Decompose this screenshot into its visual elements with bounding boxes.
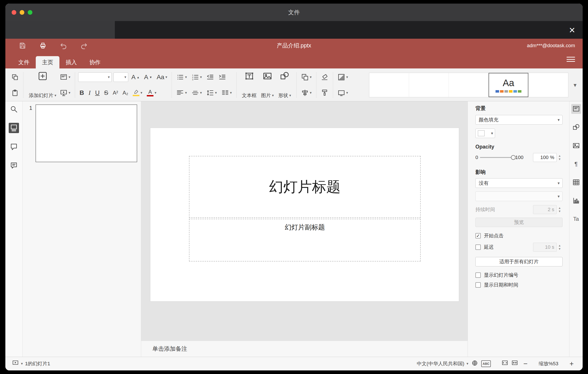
more-themes-button[interactable] — [571, 82, 579, 88]
subscript-button[interactable]: A₂ — [121, 89, 130, 96]
spinner-down-icon[interactable]: ▼ — [558, 210, 561, 213]
tab-collaboration[interactable]: 协作 — [83, 56, 107, 68]
strikethrough-button[interactable]: S — [103, 89, 110, 97]
apply-to-all-button[interactable]: 适用于所有幻灯片 — [475, 257, 563, 266]
shape-settings-icon[interactable] — [571, 122, 581, 132]
paragraph-settings-icon[interactable]: ¶ — [571, 159, 581, 169]
feedback-icon[interactable] — [9, 160, 19, 171]
spinner-down-icon[interactable]: ▼ — [558, 247, 561, 250]
slide-thumbnail[interactable] — [35, 104, 137, 162]
align-shape-button[interactable] — [300, 88, 313, 98]
duration-input[interactable]: 2 s — [533, 205, 557, 214]
theme-option[interactable] — [369, 73, 409, 97]
font-size-combo[interactable] — [114, 72, 128, 82]
print-icon[interactable] — [38, 41, 47, 50]
opacity-spinner[interactable]: ▲▼ — [557, 153, 563, 162]
opacity-slider-knob[interactable] — [511, 155, 516, 160]
columns-button[interactable] — [220, 88, 233, 98]
slide-size-button[interactable] — [336, 88, 349, 98]
minimize-traffic-button[interactable] — [20, 10, 24, 15]
image-settings-icon[interactable] — [571, 141, 581, 151]
document-title[interactable]: 产品介绍.pptx — [5, 42, 583, 49]
increase-indent-button[interactable] — [217, 72, 227, 82]
notes-area[interactable]: 单击添加备注 — [141, 341, 468, 357]
arrange-shape-button[interactable] — [300, 72, 313, 82]
superscript-button[interactable]: A² — [112, 89, 119, 96]
start-on-click-checkbox[interactable] — [475, 233, 481, 238]
insert-image-button[interactable]: 图片 — [259, 70, 276, 100]
decrease-font-button[interactable]: A — [143, 73, 154, 81]
bullets-button[interactable] — [175, 72, 188, 82]
redo-icon[interactable] — [80, 41, 88, 50]
slides-panel-icon[interactable] — [9, 123, 19, 133]
line-spacing-button[interactable] — [205, 88, 218, 98]
spinner-up-icon[interactable]: ▲ — [558, 244, 561, 247]
duration-spinner[interactable]: ▲▼ — [557, 205, 563, 214]
show-date-checkbox[interactable] — [475, 282, 481, 288]
theme-option[interactable] — [449, 73, 489, 97]
slide-settings-icon[interactable] — [571, 104, 581, 114]
menu-icon[interactable] — [567, 56, 575, 63]
tab-insert[interactable]: 插入 — [59, 56, 83, 68]
insert-shape-button[interactable]: 形状 — [276, 70, 293, 100]
theme-option[interactable] — [528, 73, 568, 97]
language-selector[interactable]: 中文(中华人民共和国) — [417, 360, 469, 367]
title-placeholder[interactable]: 幻灯片标题 — [189, 156, 421, 218]
start-slideshow-status-icon[interactable] — [12, 360, 19, 368]
color-scheme-button[interactable] — [336, 72, 349, 82]
fit-width-icon[interactable] — [511, 360, 518, 368]
delay-input[interactable]: 10 s — [533, 243, 557, 252]
italic-button[interactable]: I — [87, 89, 92, 97]
chart-settings-icon[interactable] — [571, 196, 581, 206]
spinner-up-icon[interactable]: ▲ — [558, 207, 561, 209]
add-slide-button[interactable]: 添加幻灯片 — [27, 70, 59, 100]
spinner-down-icon[interactable]: ▼ — [558, 158, 561, 161]
delay-checkbox[interactable] — [475, 244, 481, 250]
language-globe-icon[interactable] — [471, 360, 478, 368]
background-fill-select[interactable]: 颜色填充 — [475, 115, 563, 125]
comments-icon[interactable] — [9, 142, 19, 152]
opacity-slider[interactable] — [480, 157, 513, 158]
delay-spinner[interactable]: ▲▼ — [557, 243, 563, 252]
close-icon[interactable]: × — [569, 25, 575, 35]
background-color-picker[interactable] — [475, 129, 495, 138]
decrease-indent-button[interactable] — [205, 72, 215, 82]
clear-style-button[interactable] — [319, 72, 330, 82]
tab-home[interactable]: 主页 — [36, 56, 59, 68]
paste-button[interactable] — [10, 88, 20, 98]
show-slide-number-checkbox[interactable] — [475, 273, 481, 278]
tab-file[interactable]: 文件 — [12, 56, 36, 68]
theme-option[interactable] — [409, 73, 449, 97]
increase-font-button[interactable]: A — [130, 73, 141, 81]
save-icon[interactable] — [18, 41, 27, 50]
font-name-combo[interactable] — [78, 72, 112, 82]
zoom-in-button[interactable]: + — [567, 360, 576, 367]
close-traffic-button[interactable] — [12, 10, 16, 15]
opacity-input[interactable]: 100 % — [533, 153, 557, 162]
insert-textbox-button[interactable]: 文本框 — [240, 70, 259, 100]
theme-option-selected[interactable]: Aa — [489, 73, 528, 97]
preview-button[interactable]: 预览 — [475, 218, 563, 227]
spellcheck-icon[interactable]: ABC — [481, 360, 491, 367]
chevron-down-icon[interactable] — [21, 362, 23, 365]
fullscreen-traffic-button[interactable] — [28, 10, 32, 15]
textart-settings-icon[interactable]: Ta — [571, 214, 581, 224]
subtitle-placeholder[interactable]: 幻灯片副标题 — [189, 219, 421, 262]
copy-button[interactable] — [10, 72, 20, 82]
editor-canvas[interactable]: 幻灯片标题 幻灯片副标题 单击添加备注 — [141, 101, 468, 357]
search-icon[interactable] — [9, 104, 19, 114]
underline-button[interactable]: U — [94, 89, 101, 97]
zoom-out-button[interactable]: − — [521, 360, 530, 367]
highlight-color-button[interactable] — [131, 88, 144, 97]
effect-variant-select[interactable] — [475, 191, 563, 201]
vertical-align-button[interactable] — [190, 88, 203, 98]
fit-slide-icon[interactable] — [502, 360, 508, 368]
bold-button[interactable]: B — [78, 89, 85, 97]
spinner-up-icon[interactable]: ▲ — [558, 154, 561, 157]
undo-icon[interactable] — [59, 41, 68, 50]
start-slideshow-button[interactable] — [59, 88, 72, 98]
slide[interactable]: 幻灯片标题 幻灯片副标题 — [150, 128, 459, 301]
table-settings-icon[interactable] — [571, 177, 581, 187]
horizontal-align-button[interactable] — [175, 88, 188, 98]
effect-select[interactable]: 没有 — [475, 178, 563, 188]
